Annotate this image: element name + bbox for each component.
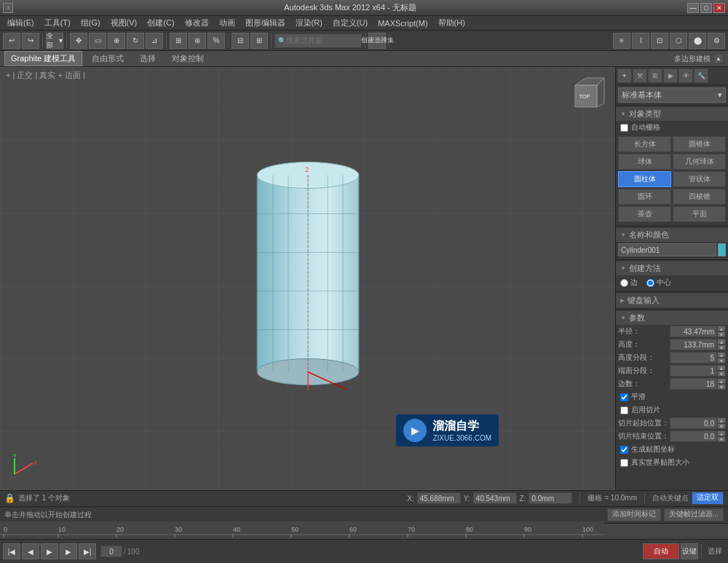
- primitive-type-dropdown[interactable]: 标准基本体 ▾: [618, 87, 726, 103]
- btn-sphere[interactable]: 球体: [618, 154, 671, 170]
- active-keyframe-btn[interactable]: 适定双: [692, 492, 724, 505]
- nav-cube[interactable]: TOP: [564, 74, 608, 118]
- next-frame-button[interactable]: ▶: [60, 543, 77, 559]
- add-time-marker-btn[interactable]: 添加时间标记: [607, 508, 661, 521]
- slice-from-down[interactable]: ▼: [717, 423, 726, 429]
- menu-customize[interactable]: 自定义(U): [328, 17, 372, 29]
- btn-tube[interactable]: 管状体: [673, 171, 726, 187]
- rotate-button[interactable]: ↻: [127, 33, 144, 49]
- btn-cone[interactable]: 圆锥体: [673, 136, 726, 152]
- params-header[interactable]: ▼ 参数: [616, 311, 728, 325]
- material-editor-button[interactable]: ⬡: [670, 33, 687, 49]
- object-type-header[interactable]: ▼ 对象类型: [616, 107, 728, 121]
- radius-up[interactable]: ▲: [717, 326, 726, 331]
- z-coord-input[interactable]: [529, 492, 572, 504]
- auto-grid-checkbox[interactable]: [620, 124, 628, 132]
- height-up[interactable]: ▲: [717, 339, 726, 345]
- slice-to-down[interactable]: ▼: [717, 436, 726, 442]
- layers-button[interactable]: ≡: [613, 33, 630, 49]
- select-button[interactable]: ✥: [70, 33, 87, 49]
- menu-tools[interactable]: 工具(T): [40, 17, 75, 29]
- menu-group[interactable]: 组(G): [76, 17, 105, 29]
- current-frame-input[interactable]: [100, 546, 122, 557]
- toggle-button[interactable]: ▲: [713, 54, 724, 64]
- slice-from-input[interactable]: [670, 417, 717, 429]
- set-key-button[interactable]: 设键: [681, 543, 698, 559]
- btn-geosphere[interactable]: 几何球体: [673, 154, 726, 170]
- btn-teapot[interactable]: 茶壶: [618, 206, 671, 222]
- mirror-button[interactable]: ⊟: [232, 33, 249, 49]
- gen-coords-checkbox[interactable]: [620, 446, 628, 454]
- y-coord-input[interactable]: [473, 492, 517, 504]
- redo-button[interactable]: ↪: [22, 33, 39, 49]
- height-input[interactable]: [670, 339, 717, 350]
- height-segs-input[interactable]: [670, 352, 717, 363]
- move-button[interactable]: ⊕: [108, 33, 125, 49]
- create-panel-btn[interactable]: ✦: [617, 68, 632, 83]
- display-panel-btn[interactable]: 👁: [678, 68, 693, 83]
- window-controls[interactable]: — □ ✕: [687, 3, 725, 13]
- menu-edit[interactable]: 编辑(E): [3, 17, 39, 29]
- play-button[interactable]: ▶: [41, 543, 58, 559]
- maximize-button[interactable]: □: [700, 3, 712, 13]
- btn-plane[interactable]: 平面: [673, 206, 726, 222]
- btn-box[interactable]: 长方体: [618, 136, 671, 152]
- real-world-checkbox[interactable]: [620, 459, 628, 467]
- menu-animation[interactable]: 动画: [215, 17, 240, 29]
- modify-panel-btn[interactable]: ⚒: [633, 68, 647, 83]
- align-button[interactable]: ⊞: [250, 33, 268, 49]
- slice-to-input[interactable]: [670, 430, 717, 442]
- filter-keyframes-btn[interactable]: 关键帧过滤器...: [664, 508, 724, 521]
- auto-key-button[interactable]: 自动: [643, 543, 679, 559]
- menu-maxscript[interactable]: MAXScript(M): [373, 18, 432, 28]
- motion-panel-btn[interactable]: ▶: [663, 68, 678, 83]
- angle-snap-toggle[interactable]: ⊛: [189, 33, 206, 49]
- tab-select[interactable]: 选择: [133, 51, 162, 66]
- sides-down[interactable]: ▼: [717, 384, 726, 390]
- menu-render[interactable]: 渲染(R): [291, 17, 327, 29]
- sides-input[interactable]: [670, 378, 717, 390]
- height-down[interactable]: ▼: [717, 345, 726, 350]
- object-name-input[interactable]: [618, 243, 716, 256]
- x-coord-input[interactable]: [417, 492, 461, 504]
- select-region-button[interactable]: ▭: [89, 33, 106, 49]
- height-segs-down[interactable]: ▼: [717, 358, 726, 363]
- render-button[interactable]: ⬤: [689, 33, 706, 49]
- creation-method-header[interactable]: ▼ 创建方法: [616, 261, 728, 275]
- select-filter-dropdown[interactable]: 全部▾: [46, 33, 63, 49]
- utilities-panel-btn[interactable]: 🔧: [694, 68, 708, 83]
- tab-graphite[interactable]: Graphite 建模工具: [4, 51, 82, 66]
- search-box[interactable]: 🔍: [274, 34, 362, 48]
- snap-toggle[interactable]: ⊞: [170, 33, 187, 49]
- slice-checkbox[interactable]: [620, 406, 628, 414]
- menu-modifier[interactable]: 修改器: [181, 17, 213, 29]
- cap-segs-down[interactable]: ▼: [717, 371, 726, 377]
- menu-help[interactable]: 帮助(H): [434, 17, 470, 29]
- render-settings-button[interactable]: ⚙: [708, 33, 725, 49]
- tab-freeform[interactable]: 自由形式: [85, 51, 130, 66]
- curve-editor-button[interactable]: ⌇: [632, 33, 649, 49]
- minimize-button[interactable]: —: [687, 3, 699, 13]
- undo-button[interactable]: ↩: [3, 33, 20, 49]
- btn-torus[interactable]: 圆环: [618, 189, 671, 205]
- btn-pyramid[interactable]: 四棱锥: [673, 189, 726, 205]
- go-end-button[interactable]: ▶|: [79, 543, 96, 559]
- radio-center[interactable]: [646, 279, 654, 287]
- sides-up[interactable]: ▲: [717, 378, 726, 384]
- radius-input[interactable]: [670, 326, 717, 337]
- slice-to-up[interactable]: ▲: [717, 430, 726, 436]
- prev-frame-button[interactable]: ◀: [22, 543, 39, 559]
- viewport[interactable]: + | 正交 | 真实 + 边面 | TOP: [0, 67, 615, 490]
- hierarchy-panel-btn[interactable]: ⊞: [648, 68, 662, 83]
- cap-segs-input[interactable]: [670, 365, 717, 377]
- go-start-button[interactable]: |◀: [3, 543, 20, 559]
- search-input[interactable]: [286, 36, 358, 44]
- percent-snap-toggle[interactable]: %: [207, 33, 225, 49]
- radio-edge[interactable]: [620, 279, 628, 287]
- close-button[interactable]: ✕: [713, 3, 725, 13]
- btn-cylinder[interactable]: 圆柱体: [618, 171, 671, 187]
- smooth-checkbox[interactable]: [620, 393, 628, 401]
- menu-create[interactable]: 创建(C): [143, 17, 178, 29]
- name-color-header[interactable]: ▼ 名称和颜色: [616, 228, 728, 242]
- slice-from-up[interactable]: ▲: [717, 417, 726, 423]
